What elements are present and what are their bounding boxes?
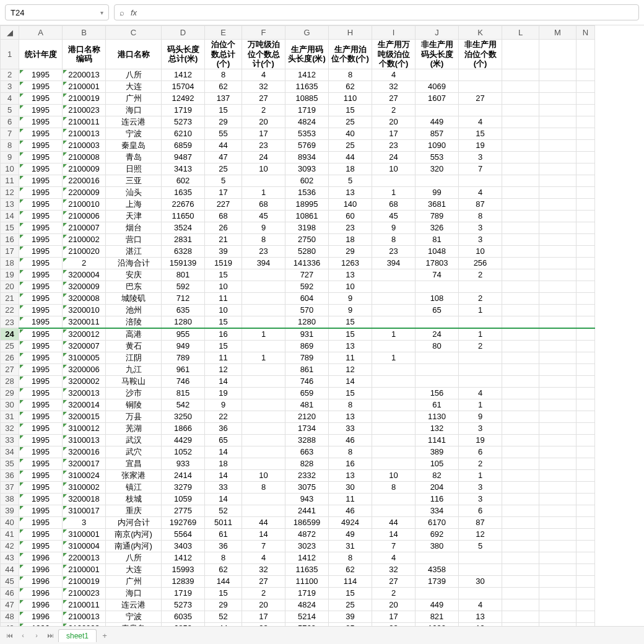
formula-input-wrap: ⌕ fx	[114, 4, 639, 20]
formula-bar: T24 ▾ ⌕ fx	[0, 0, 644, 25]
zoom-out-icon[interactable]: ⌕	[120, 8, 124, 17]
fx-icon[interactable]: fx	[131, 8, 137, 17]
cell-reference: T24	[11, 8, 24, 17]
chevron-down-icon: ▾	[100, 9, 103, 16]
name-box[interactable]: T24 ▾	[5, 4, 109, 20]
formula-input[interactable]	[143, 7, 633, 18]
